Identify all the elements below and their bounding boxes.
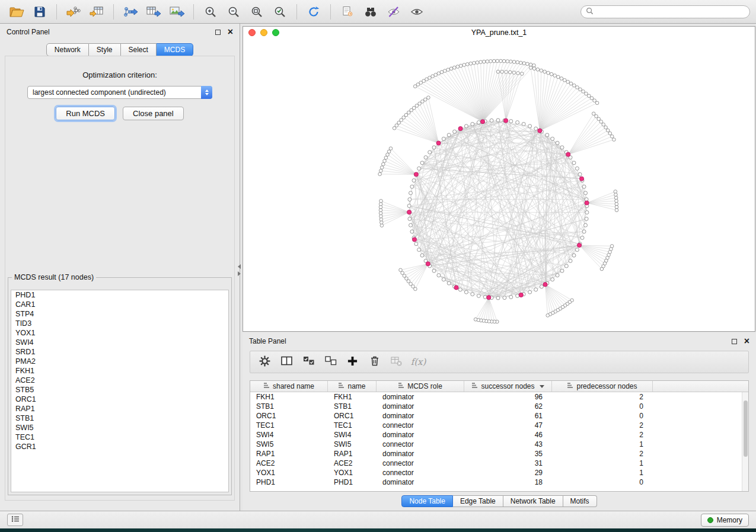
find-button[interactable] <box>360 2 381 21</box>
mcds-result-item[interactable]: FKH1 <box>11 366 228 376</box>
table-cell <box>653 411 748 421</box>
network-search-box[interactable] <box>580 5 750 18</box>
table-scrollbar-thumb[interactable] <box>744 400 748 457</box>
close-panel-button[interactable]: Close panel <box>123 107 184 120</box>
mcds-result-item[interactable]: SWI4 <box>11 338 228 347</box>
import-network-button[interactable] <box>63 2 84 21</box>
mcds-result-item[interactable]: TID3 <box>11 319 228 328</box>
criterion-select[interactable]: largest connected component (undirected) <box>27 86 212 99</box>
mcds-result-item[interactable]: TEC1 <box>11 432 228 442</box>
tab-style[interactable]: Style <box>89 43 121 56</box>
mcds-result-item[interactable]: STB5 <box>11 385 228 395</box>
column-header-mcds-role[interactable]: MCDS role <box>377 381 464 392</box>
table-row[interactable]: ACE2ACE2connector311 <box>250 459 748 468</box>
mcds-result-item[interactable]: PMA2 <box>11 357 228 366</box>
mcds-result-item[interactable]: STB1 <box>11 414 228 423</box>
table-row[interactable]: SWI5SWI5connector431 <box>250 440 748 449</box>
mcds-result-item[interactable]: SRD1 <box>11 347 228 357</box>
hide-graphics-details-button[interactable] <box>383 2 404 21</box>
table-row[interactable]: SWI4SWI4dominator462 <box>250 430 748 440</box>
mcds-result-item[interactable]: RAP1 <box>11 404 228 414</box>
column-header-name[interactable]: name <box>328 381 377 392</box>
table-panel-title: Table Panel <box>249 337 732 345</box>
collapse-left-icon[interactable] <box>238 264 241 269</box>
mcds-result-item[interactable]: STP4 <box>11 309 228 319</box>
tab-select[interactable]: Select <box>121 43 157 56</box>
function-builder-button[interactable]: f(x) <box>407 353 429 371</box>
close-panel-icon[interactable]: × <box>228 27 233 37</box>
show-graphics-details-button[interactable] <box>406 2 428 21</box>
table-cell: ACE2 <box>250 459 328 468</box>
table-row[interactable]: YOX1YOX1connector291 <box>250 468 748 477</box>
import-table-button[interactable] <box>86 2 107 21</box>
tab-mcds[interactable]: MCDS <box>157 43 193 56</box>
table-panel-tabs: Node Table Edge Table Network Table Moti… <box>243 495 756 507</box>
close-panel-icon[interactable]: × <box>744 336 749 346</box>
network-canvas[interactable] <box>243 39 755 331</box>
memory-status-icon <box>707 517 713 523</box>
zoom-in-icon <box>204 5 217 18</box>
open-file-button[interactable] <box>6 2 27 21</box>
table-row[interactable]: PHD1PHD1dominator180 <box>250 477 748 487</box>
table-row[interactable]: TEC1TEC1connector472 <box>250 421 748 430</box>
table-cell: TEC1 <box>250 421 328 430</box>
show-columns-button[interactable] <box>276 353 298 371</box>
table-scrollbar[interactable] <box>742 392 748 491</box>
search-icon <box>586 7 594 17</box>
sort-order-caret-icon[interactable] <box>540 385 544 388</box>
table-panel-header: Table Panel × <box>243 333 756 350</box>
mcds-result-item[interactable]: SWI5 <box>11 423 228 432</box>
table-row[interactable]: RAP1RAP1dominator352 <box>250 449 748 459</box>
splitter-collapse-buttons[interactable] <box>237 264 242 276</box>
table-cell: 1 <box>552 468 653 477</box>
refresh-layout-button[interactable] <box>303 2 324 21</box>
mcds-result-item[interactable]: ACE2 <box>11 376 228 385</box>
tab-network-table[interactable]: Network Table <box>503 495 563 507</box>
table-settings-button[interactable] <box>254 353 276 371</box>
table-row[interactable]: STB1STB1dominator620 <box>250 402 748 411</box>
float-panel-icon[interactable] <box>215 30 221 35</box>
zoom-selected-button[interactable] <box>269 2 291 21</box>
clone-network-button[interactable] <box>337 2 358 21</box>
tab-network[interactable]: Network <box>46 43 89 56</box>
search-input[interactable] <box>596 7 745 17</box>
delete-column-button[interactable] <box>363 353 385 371</box>
show-panels-button[interactable] <box>7 514 23 526</box>
add-column-button[interactable] <box>342 353 363 371</box>
export-network-button[interactable] <box>120 2 141 21</box>
zoom-fit-button[interactable] <box>246 2 267 21</box>
mcds-tab-content: Optimization criterion: largest connecte… <box>5 56 235 501</box>
column-header-shared-name[interactable]: shared name <box>250 381 328 392</box>
column-header-successor-nodes[interactable]: successor nodes <box>464 381 552 392</box>
select-all-button[interactable] <box>298 353 320 371</box>
tab-motifs[interactable]: Motifs <box>563 495 597 507</box>
run-mcds-button[interactable]: Run MCDS <box>56 107 115 120</box>
toolbar-separator <box>296 4 297 20</box>
delete-table-button[interactable] <box>385 353 407 371</box>
mcds-result-item[interactable]: ORC1 <box>11 395 228 404</box>
table-row[interactable]: ORC1ORC1dominator610 <box>250 411 748 421</box>
plus-icon <box>347 355 358 369</box>
tab-node-table[interactable]: Node Table <box>401 495 453 507</box>
network-window-titlebar[interactable]: YPA_prune.txt_1 <box>243 27 755 39</box>
export-image-button[interactable] <box>166 2 187 21</box>
mcds-result-item[interactable]: YOX1 <box>11 328 228 338</box>
table-cell: RAP1 <box>250 449 328 459</box>
collapse-right-icon[interactable] <box>238 271 241 276</box>
column-header-predecessor-nodes[interactable]: predecessor nodes <box>552 381 653 392</box>
float-panel-icon[interactable] <box>732 339 737 344</box>
mcds-result-item[interactable]: GCR1 <box>11 442 228 451</box>
mcds-result-item[interactable]: PHD1 <box>11 290 228 300</box>
zoom-in-button[interactable] <box>200 2 221 21</box>
export-table-button[interactable] <box>143 2 164 21</box>
tab-edge-table[interactable]: Edge Table <box>453 495 503 507</box>
table-row[interactable]: FKH1FKH1dominator962 <box>250 392 748 402</box>
deselect-all-button[interactable] <box>320 353 342 371</box>
save-session-button[interactable] <box>29 2 50 21</box>
memory-button[interactable]: Memory <box>701 514 749 527</box>
zoom-out-button[interactable] <box>223 2 244 21</box>
mcds-result-list[interactable]: PHD1CAR1STP4TID3YOX1SWI4SRD1PMA2FKH1ACE2… <box>11 290 229 492</box>
mcds-result-item[interactable]: CAR1 <box>11 300 228 309</box>
table-cell <box>653 421 748 430</box>
eye-slash-icon <box>387 5 401 18</box>
